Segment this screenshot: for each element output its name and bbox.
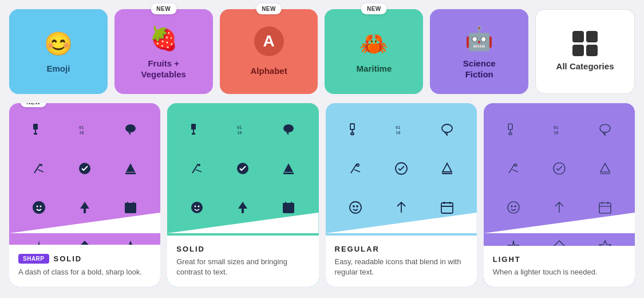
style-card-light[interactable]: 0110 LIGHT When a lighter touch is neede…	[484, 103, 635, 287]
svg-point-75	[600, 124, 610, 132]
svg-rect-64	[441, 203, 453, 213]
svg-rect-86	[599, 203, 611, 213]
svg-marker-6	[128, 132, 131, 135]
icon-binary-r: 0110	[392, 120, 410, 139]
svg-line-55	[351, 164, 357, 173]
styles-row: NEW 0110 SHARP SOLID A dash of cl	[0, 99, 644, 296]
svg-line-33	[196, 170, 202, 172]
icon-calendar-l	[596, 198, 614, 217]
icon-brush-r	[346, 120, 365, 139]
icon-calendar	[121, 198, 140, 217]
icon-binary-l: 0110	[550, 120, 568, 139]
category-scifi[interactable]: 🤖 ScienceFiction	[430, 9, 528, 94]
style-title-sharp-solid: SOLID	[54, 254, 82, 263]
all-cats-label: All Categories	[556, 61, 614, 72]
icon-confetti	[30, 159, 48, 178]
style-card-regular[interactable]: 0110 REGULAR Easy, readable icons that b…	[326, 103, 477, 287]
svg-rect-19	[127, 202, 128, 204]
svg-rect-50	[351, 133, 354, 135]
icon-sailboat	[121, 159, 140, 178]
svg-point-8	[40, 164, 42, 166]
category-all[interactable]: All Categories	[535, 9, 635, 94]
category-emoji[interactable]: 😊 Emoji	[9, 9, 108, 94]
svg-marker-30	[286, 132, 289, 135]
style-info-regular: REGULAR Easy, readable icons that blend …	[326, 236, 477, 287]
icon-brush-l	[504, 120, 523, 139]
style-info-solid: SOLID Great for small sizes and bringing…	[167, 236, 318, 287]
svg-point-61	[350, 202, 361, 213]
svg-line-57	[354, 170, 360, 172]
svg-rect-24	[191, 124, 196, 130]
icon-check-s	[234, 159, 252, 178]
svg-marker-35	[284, 163, 293, 172]
svg-text:01: 01	[554, 126, 558, 130]
style-card-solid[interactable]: 0110 SOLID Great for small sizes and bri…	[167, 103, 318, 287]
svg-point-32	[198, 164, 200, 166]
emoji-icon: 😊	[44, 29, 73, 58]
svg-rect-42	[283, 203, 294, 206]
svg-text:01: 01	[396, 126, 400, 130]
sharp-badge: SHARP	[18, 254, 49, 264]
svg-rect-72	[509, 133, 512, 135]
svg-point-15	[40, 206, 42, 207]
svg-text:01: 01	[79, 126, 84, 130]
svg-point-63	[357, 206, 358, 207]
svg-marker-81	[600, 163, 610, 172]
icon-smiley-s	[188, 198, 206, 217]
maritime-icon: 🦀	[359, 29, 388, 58]
svg-marker-54	[445, 132, 447, 135]
icon-chat-r	[438, 120, 456, 139]
icon-arrow-up	[76, 198, 94, 217]
icon-confetti-s	[188, 159, 206, 178]
svg-line-7	[34, 164, 40, 173]
svg-rect-44	[291, 202, 292, 204]
svg-point-78	[515, 164, 517, 166]
svg-point-37	[191, 202, 203, 213]
svg-line-31	[192, 164, 198, 173]
icon-chat	[121, 120, 140, 139]
icon-brush	[30, 120, 48, 139]
icon-confetti-r	[346, 159, 365, 178]
category-maritime[interactable]: NEW 🦀 Maritime	[325, 9, 423, 94]
fruits-icon: 🍓	[149, 23, 178, 53]
new-badge-alphabet: NEW	[256, 3, 282, 14]
style-card-sharp-solid[interactable]: NEW 0110 SHARP SOLID A dash of cl	[9, 103, 160, 287]
category-alphabet[interactable]: NEW A Alphabet	[220, 9, 318, 94]
style-desc-regular: Easy, readable icons that blend in with …	[335, 257, 468, 277]
svg-marker-11	[126, 163, 135, 172]
svg-text:10: 10	[79, 131, 84, 135]
svg-rect-36	[283, 172, 294, 174]
icon-sailboat-l	[596, 159, 614, 178]
style-title-regular: REGULAR	[335, 245, 380, 253]
icon-binary: 0110	[76, 120, 94, 139]
icon-check-r	[392, 159, 410, 178]
svg-rect-20	[133, 202, 134, 204]
icon-check-l	[550, 159, 568, 178]
svg-point-39	[198, 206, 200, 207]
category-fruits[interactable]: NEW 🍓 Fruits +Vegetables	[114, 9, 213, 94]
icon-smiley-l	[504, 198, 523, 217]
svg-point-38	[195, 206, 196, 207]
svg-point-80	[554, 163, 565, 174]
style-desc-solid: Great for small sizes and bringing contr…	[176, 257, 309, 277]
svg-line-77	[509, 164, 515, 173]
svg-line-79	[512, 170, 518, 172]
icon-arrow-up-l	[550, 198, 568, 217]
svg-rect-25	[193, 130, 194, 133]
svg-point-83	[508, 202, 519, 213]
icon-sailboat-s	[279, 159, 298, 178]
svg-rect-12	[125, 172, 136, 174]
style-info-sharp-solid: SHARP SOLID A dash of class for a bold, …	[9, 245, 160, 287]
icon-arrow-up-s	[234, 198, 252, 217]
svg-rect-70	[508, 124, 512, 130]
emoji-label: Emoji	[46, 63, 70, 74]
new-badge-sharp: NEW	[21, 103, 46, 107]
icon-brush-s	[188, 120, 206, 139]
icon-calendar-r	[438, 198, 456, 217]
svg-rect-26	[192, 133, 195, 135]
icon-confetti-l	[504, 159, 523, 178]
alphabet-icon: A	[254, 26, 284, 56]
svg-marker-40	[238, 202, 247, 213]
new-badge: NEW	[151, 3, 176, 14]
scifi-icon: 🤖	[465, 23, 493, 53]
